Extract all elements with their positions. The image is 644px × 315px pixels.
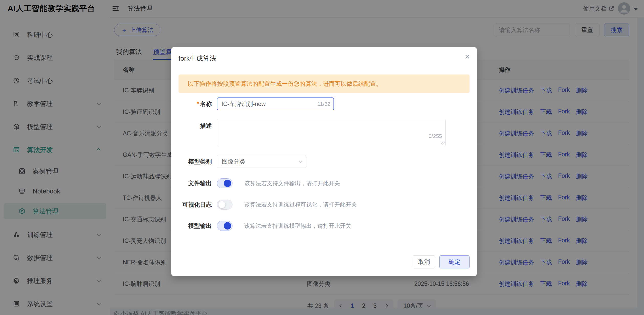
confirm-button[interactable]: 确定 bbox=[439, 255, 470, 268]
modal-warning-banner: 以下操作将按照预置算法的配置生成一份您的算法，进而可以做后续配置。 bbox=[179, 74, 470, 93]
file-output-label: 文件输出 bbox=[171, 179, 212, 187]
toggle-knob bbox=[224, 180, 231, 187]
file-output-toggle[interactable] bbox=[217, 178, 232, 188]
visualization-log-toggle[interactable] bbox=[217, 200, 232, 210]
model-category-value: 图像分类 bbox=[222, 158, 245, 166]
toggle-row-file-output: 文件输出该算法若支持文件输出，请打开此开关 bbox=[171, 178, 470, 188]
name-char-counter: 11/32 bbox=[317, 101, 330, 107]
description-textarea[interactable] bbox=[217, 119, 446, 146]
description-char-counter: 0/255 bbox=[428, 133, 442, 139]
visualization-log-label: 可视化日志 bbox=[171, 201, 212, 209]
toggle-knob bbox=[224, 222, 231, 230]
model-output-hint: 该算法若支持训练模型输出，请打开此开关 bbox=[244, 222, 351, 230]
required-asterisk: * bbox=[197, 101, 199, 107]
file-output-hint: 该算法若支持文件输出，请打开此开关 bbox=[244, 180, 340, 187]
modal-title: fork生成算法 bbox=[179, 54, 470, 63]
toggle-row-visualization-log: 可视化日志该算法若支持训练过程可视化，请打开此开关 bbox=[171, 200, 470, 210]
cancel-button[interactable]: 取消 bbox=[413, 255, 435, 268]
toggle-row-model-output: 模型输出该算法若支持训练模型输出，请打开此开关 bbox=[171, 221, 470, 231]
chevron-down-icon bbox=[298, 159, 303, 163]
fork-algorithm-modal: fork生成算法 ✕ 以下操作将按照预置算法的配置生成一份您的算法，进而可以做后… bbox=[171, 47, 477, 276]
close-icon[interactable]: ✕ bbox=[464, 53, 470, 60]
model-category-select[interactable]: 图像分类 bbox=[217, 155, 306, 168]
description-field-label: 描述 bbox=[171, 119, 212, 130]
toggle-knob bbox=[218, 201, 226, 208]
model-output-toggle[interactable] bbox=[217, 221, 232, 231]
visualization-log-hint: 该算法若支持训练过程可视化，请打开此开关 bbox=[244, 201, 357, 209]
modal-form: *名称 11/32 描述 0/255 模型类别 图像分类 文件输出该算法若支持文… bbox=[171, 97, 477, 231]
name-field-label: *名称 bbox=[171, 100, 212, 108]
category-field-label: 模型类别 bbox=[171, 158, 212, 166]
name-input[interactable] bbox=[217, 97, 334, 110]
textarea-resize-handle[interactable] bbox=[441, 142, 445, 145]
model-output-label: 模型输出 bbox=[171, 222, 212, 230]
